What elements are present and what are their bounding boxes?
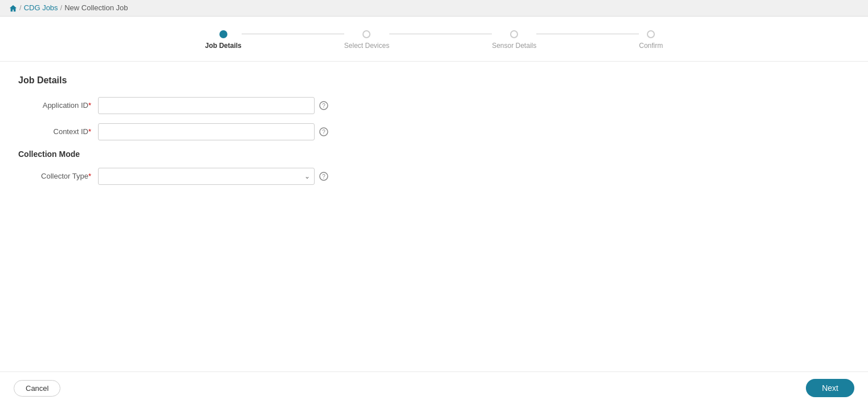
breadcrumb: / CDG Jobs / New Collection Job [0,0,868,17]
main-content: Job Details Select Devices Sensor Detail… [0,17,868,404]
breadcrumb-separator-1: / [19,3,22,12]
application-id-help-icon[interactable]: ? [319,101,328,110]
context-id-group: Context ID* ? [18,123,850,140]
breadcrumb-separator-2: / [60,3,63,12]
step-select-devices: Select Devices [344,30,389,50]
step-label-select-devices: Select Devices [344,42,389,50]
application-id-group: Application ID* ? [18,97,850,114]
context-id-help-icon[interactable]: ? [319,127,328,136]
context-id-input[interactable] [98,123,315,140]
form-container: Job Details Application ID* ? Context ID… [0,62,868,371]
breadcrumb-cdg-jobs[interactable]: CDG Jobs [24,3,58,12]
step-circle-job-details [219,30,227,38]
step-line-2 [389,34,492,34]
step-label-job-details: Job Details [205,42,242,50]
breadcrumb-current-page: New Collection Job [64,3,128,12]
collector-type-select-wrapper: ⌄ [98,168,315,185]
collector-type-select[interactable] [98,168,315,185]
collection-mode-title: Collection Mode [18,150,850,159]
context-id-label: Context ID* [18,127,98,136]
collector-type-required: * [88,172,91,180]
step-confirm: Confirm [639,30,663,50]
svg-text:?: ? [322,103,325,109]
step-line-3 [536,34,639,34]
cancel-button[interactable]: Cancel [14,380,60,397]
step-circle-sensor-details [510,30,518,38]
application-id-label: Application ID* [18,101,98,110]
step-label-sensor-details: Sensor Details [492,42,536,50]
collector-type-group: Collector Type* ⌄ ? [18,168,850,185]
page-title: Job Details [18,75,850,86]
stepper: Job Details Select Devices Sensor Detail… [0,17,868,62]
collector-type-help-icon[interactable]: ? [319,172,328,181]
application-id-required: * [88,101,91,110]
next-button[interactable]: Next [806,379,854,397]
application-id-input[interactable] [98,97,315,114]
svg-text:?: ? [322,129,325,135]
collector-type-label: Collector Type* [18,172,98,180]
footer: Cancel Next [0,371,868,404]
step-circle-confirm [647,30,655,38]
step-line-1 [242,34,344,34]
step-job-details: Job Details [205,30,242,50]
svg-text:?: ? [322,173,325,180]
home-icon[interactable] [9,3,17,13]
context-id-required: * [88,127,91,136]
step-label-confirm: Confirm [639,42,663,50]
step-circle-select-devices [362,30,370,38]
step-sensor-details: Sensor Details [492,30,536,50]
